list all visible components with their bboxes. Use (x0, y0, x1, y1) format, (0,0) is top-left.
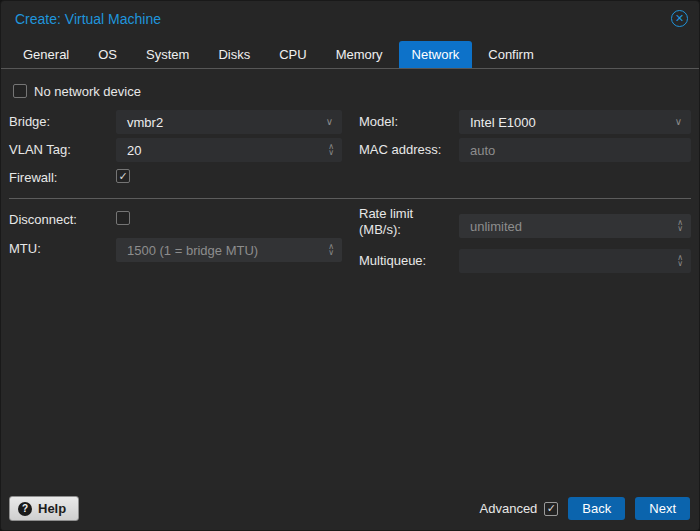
spinner-down-icon[interactable]: ∨ (677, 261, 683, 267)
tab-memory[interactable]: Memory (323, 41, 396, 69)
model-label: Model: (359, 114, 398, 129)
bridge-label: Bridge: (9, 114, 50, 129)
vlan-tag-value: 20 (127, 143, 141, 158)
rate-limit-label: Rate limit (MB/s): (359, 206, 455, 238)
multiqueue-label: Multiqueue: (359, 253, 426, 268)
multiqueue-spinner[interactable]: ∧∨ (459, 249, 691, 273)
tab-general[interactable]: General (10, 41, 82, 69)
firewall-checkbox[interactable]: ✓ (116, 169, 130, 183)
tab-network[interactable]: Network (399, 41, 473, 69)
mtu-spinner: 1500 (1 = bridge MTU) ∧∨ (116, 238, 342, 262)
mtu-label: MTU: (9, 241, 41, 256)
disconnect-checkbox[interactable]: ✓ (116, 211, 130, 225)
footer-toolbar: ? Help Advanced ✓ Back Next (1, 490, 699, 530)
check-icon: ✓ (547, 503, 556, 514)
tab-confirm[interactable]: Confirm (475, 41, 547, 69)
advanced-checkbox[interactable]: ✓ (544, 502, 558, 516)
help-button-label: Help (38, 501, 66, 516)
spinner-icons[interactable]: ∧∨ (677, 255, 683, 267)
bridge-value: vmbr2 (127, 115, 163, 130)
spinner-down-icon: ∨ (328, 250, 334, 256)
back-button[interactable]: Back (568, 497, 625, 520)
advanced-label: Advanced (480, 501, 538, 516)
no-network-device-label: No network device (34, 84, 141, 99)
spinner-icons: ∧∨ (677, 220, 683, 232)
model-value: Intel E1000 (470, 115, 536, 130)
close-glyph: ✕ (675, 13, 684, 24)
help-icon: ? (18, 502, 32, 516)
mac-address-placeholder: auto (470, 143, 495, 158)
spinner-down-icon: ∨ (677, 226, 683, 232)
rate-limit-placeholder: unlimited (470, 219, 522, 234)
help-button[interactable]: ? Help (9, 496, 79, 521)
vlan-tag-label: VLAN Tag: (9, 142, 71, 157)
disconnect-label: Disconnect: (9, 212, 77, 227)
vlan-tag-spinner[interactable]: 20 ∧∨ (116, 138, 342, 162)
spinner-down-icon[interactable]: ∨ (328, 150, 334, 156)
tab-cpu[interactable]: CPU (266, 41, 319, 69)
tab-os[interactable]: OS (85, 41, 130, 69)
chevron-down-icon[interactable]: ∨ (326, 117, 333, 127)
dialog-title: Create: Virtual Machine (15, 11, 161, 27)
network-form-panel: ✓ No network device Bridge: vmbr2 ∨ Mode… (1, 68, 699, 491)
rate-limit-spinner: unlimited ∧∨ (459, 214, 691, 238)
firewall-label: Firewall: (9, 170, 57, 185)
section-divider (9, 198, 691, 199)
model-combobox[interactable]: Intel E1000 ∨ (459, 110, 691, 134)
spinner-icons: ∧∨ (328, 244, 334, 256)
footer-actions: Advanced ✓ Back Next (480, 497, 690, 520)
close-icon[interactable]: ✕ (671, 10, 688, 27)
tab-bar: General OS System Disks CPU Memory Netwo… (10, 40, 550, 69)
tab-disks[interactable]: Disks (205, 41, 263, 69)
mac-address-label: MAC address: (359, 142, 441, 157)
tab-system[interactable]: System (133, 41, 202, 69)
bridge-combobox[interactable]: vmbr2 ∨ (116, 110, 342, 134)
mtu-placeholder: 1500 (1 = bridge MTU) (127, 243, 258, 258)
no-network-device-checkbox[interactable]: ✓ (13, 84, 27, 98)
next-button[interactable]: Next (635, 497, 690, 520)
check-icon: ✓ (118, 171, 127, 182)
spinner-icons[interactable]: ∧∨ (328, 144, 334, 156)
chevron-down-icon[interactable]: ∨ (675, 117, 682, 127)
create-vm-dialog: Create: Virtual Machine ✕ General OS Sys… (0, 0, 700, 531)
mac-address-input[interactable]: auto (459, 138, 691, 162)
